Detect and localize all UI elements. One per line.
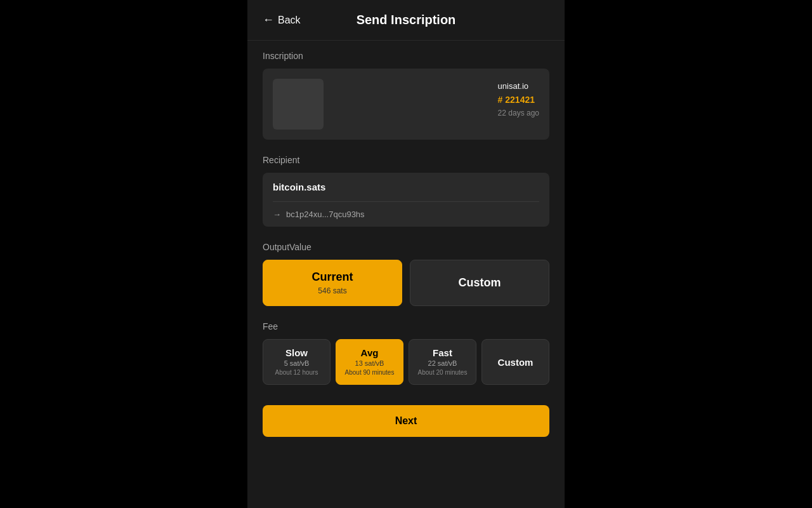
fee-buttons: Slow 5 sat/vB About 12 hours Avg 13 sat/… <box>263 339 549 385</box>
fee-custom-button[interactable]: Custom <box>481 339 549 385</box>
fee-slow-rate: 5 sat/vB <box>284 359 310 367</box>
inscription-preview <box>273 79 324 130</box>
fee-avg-time: About 90 minutes <box>345 368 395 377</box>
arrow-right-icon: → <box>273 210 281 219</box>
output-custom-label: Custom <box>459 276 501 290</box>
output-section: OutputValue Current 546 sats Custom <box>263 242 549 306</box>
next-button[interactable]: Next <box>263 405 549 437</box>
inscription-text-block: unisat.io # 221421 22 days ago <box>498 79 539 117</box>
fee-slow-button[interactable]: Slow 5 sat/vB About 12 hours <box>263 339 331 385</box>
fee-avg-button[interactable]: Avg 13 sat/vB About 90 minutes <box>336 339 403 385</box>
fee-custom-name: Custom <box>498 357 534 368</box>
page-title: Send Inscription <box>357 13 456 27</box>
output-buttons: Current 546 sats Custom <box>263 260 549 306</box>
fee-section: Fee Slow 5 sat/vB About 12 hours Avg 13 … <box>263 321 549 385</box>
back-arrow-icon: ← <box>263 13 274 27</box>
output-current-button[interactable]: Current 546 sats <box>263 260 402 306</box>
inscription-card: unisat.io # 221421 22 days ago <box>263 69 549 140</box>
output-current-label: Current <box>311 271 353 284</box>
fee-fast-button[interactable]: Fast 22 sat/vB About 20 minutes <box>409 339 476 385</box>
recipient-address: → bc1p24xu...7qcu93hs <box>263 202 549 227</box>
fee-label: Fee <box>263 321 549 331</box>
output-current-sub: 546 sats <box>318 286 346 295</box>
recipient-section: Recipient → bc1p24xu...7qcu93hs <box>263 155 549 227</box>
inscription-id: # 221421 <box>498 95 539 105</box>
inscription-label: Inscription <box>263 51 549 61</box>
output-value-label: OutputValue <box>263 242 549 252</box>
fee-fast-rate: 22 sat/vB <box>428 359 457 367</box>
output-custom-button[interactable]: Custom <box>410 260 549 306</box>
fee-slow-time: About 12 hours <box>275 368 318 377</box>
fee-avg-rate: 13 sat/vB <box>355 359 384 367</box>
app-container: ← Back Send Inscription Inscription unis… <box>247 0 565 508</box>
inscription-date: 22 days ago <box>498 109 539 117</box>
fee-fast-name: Fast <box>433 347 452 358</box>
header: ← Back Send Inscription <box>247 0 565 41</box>
fee-avg-name: Avg <box>361 347 379 358</box>
back-label: Back <box>278 15 301 26</box>
recipient-input[interactable] <box>263 173 549 201</box>
resolved-address: bc1p24xu...7qcu93hs <box>286 210 365 219</box>
recipient-input-wrapper: → bc1p24xu...7qcu93hs <box>263 173 549 227</box>
fee-fast-time: About 20 minutes <box>418 368 468 377</box>
content: Inscription unisat.io # 221421 22 days a… <box>247 41 565 447</box>
back-button[interactable]: ← Back <box>263 13 301 27</box>
inscription-section: Inscription unisat.io # 221421 22 days a… <box>263 51 549 140</box>
recipient-label: Recipient <box>263 155 549 165</box>
inscription-source: unisat.io <box>498 81 539 91</box>
fee-slow-name: Slow <box>285 347 308 358</box>
